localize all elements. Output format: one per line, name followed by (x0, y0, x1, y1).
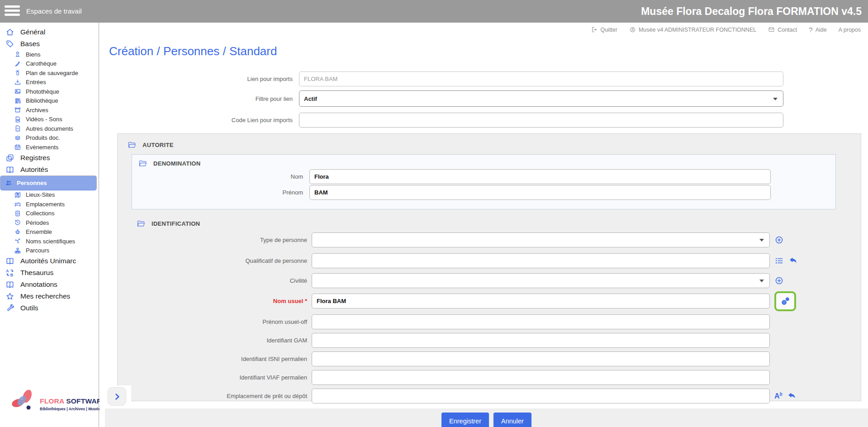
sidebar-item-produits-doc[interactable]: Produits doc. (0, 133, 99, 143)
sidebar-item-lieux-sites[interactable]: Lieux-Sites (0, 190, 99, 200)
hamburger-menu-icon[interactable] (5, 5, 20, 17)
sidebar-item-videos-sons[interactable]: Vidéos - Sons (0, 115, 99, 124)
identification-fields: Type de personne Qualificatif de personn… (118, 232, 861, 403)
cabinet-icon (14, 210, 21, 217)
prenom-usuel-off-label: Prénom usuel-off (118, 318, 312, 325)
filtre-pour-lien-label: Filtre pour lien (100, 95, 299, 102)
nom-usuel-label: Nom usuel * (118, 298, 312, 304)
people-icon (5, 179, 12, 186)
denomination-section-header[interactable]: DENOMINATION (132, 155, 835, 168)
cancel-button[interactable]: Annuler (493, 413, 531, 427)
sidebar-item-plan-de-sauvegarde[interactable]: Plan de sauvegarde (0, 68, 99, 78)
sidebar-item-autres-documents[interactable]: Autres documents (0, 124, 99, 133)
undo-icon[interactable] (788, 256, 798, 266)
identifiant-gam-input[interactable] (312, 333, 770, 348)
identifiant-gam-row: Identifiant GAM (118, 333, 861, 348)
emplacement-pret-depot-label: Emplacement de prêt ou dépôt (118, 393, 312, 399)
translate-icon: AB (5, 268, 14, 277)
filtre-pour-lien-select[interactable]: Actif (299, 90, 783, 107)
list-icon[interactable] (774, 256, 784, 266)
identifiant-viaf-label: Identifiant VIAF permalien (118, 374, 312, 381)
sidebar-item-biens[interactable]: Biens (0, 50, 99, 59)
page-title: Création / Personnes / Standard (109, 44, 277, 58)
sidebar-item-annotations[interactable]: Annotations (0, 279, 99, 290)
app-title: Musée Flora Decalog Flora FORMATION v4.5 (641, 0, 862, 23)
code-lien-pour-imports-label: Code Lien pour imports (100, 117, 299, 123)
filtre-pour-lien-row: Filtre pour lien Actif (100, 90, 783, 107)
sidebar-item-ensemble[interactable]: Ensemble (0, 228, 99, 237)
add-icon[interactable] (774, 235, 784, 245)
text-format-icon[interactable]: Ab (774, 392, 783, 400)
document-icon (14, 125, 21, 132)
workspace-label[interactable]: Espaces de travail (26, 0, 82, 23)
sidebar-item-bibliotheque[interactable]: Bibliothèque (0, 96, 99, 106)
identifiant-isni-row: Identifiant ISNI permalien (118, 351, 861, 366)
prenom-usuel-off-row: Prénom usuel-off (118, 314, 861, 329)
sidebar-item-thesaurus[interactable]: AB Thesaurus (0, 267, 99, 279)
exit-icon (591, 26, 598, 33)
sidebar-item-phototheque[interactable]: Photothèque (0, 87, 99, 96)
code-lien-pour-imports-row: Code Lien pour imports (100, 113, 783, 128)
autorite-section-header[interactable]: AUTORITE (118, 134, 861, 149)
nom-usuel-input[interactable] (312, 294, 770, 308)
identifiant-gam-label: Identifiant GAM (118, 337, 312, 344)
identifiant-viaf-input[interactable] (312, 370, 770, 385)
brand-tagline: Bibliothèques | Archives | Musées (40, 407, 103, 411)
sidebar-item-autorites-unimarc[interactable]: Autorités Unimarc (0, 255, 99, 267)
expand-panel-button[interactable] (108, 387, 126, 406)
emplacement-pret-depot-input[interactable] (312, 389, 770, 403)
sidebar-item-mes-recherches[interactable]: Mes recherches (0, 290, 99, 302)
identifiant-isni-input[interactable] (312, 351, 770, 366)
add-icon[interactable] (774, 276, 784, 285)
envelope-icon (768, 26, 775, 33)
prenom-input[interactable] (309, 185, 771, 200)
save-button[interactable]: Enregistrer (441, 413, 489, 427)
contact-link[interactable]: Contact (768, 26, 797, 33)
media-file-icon (14, 116, 21, 123)
identification-section-header[interactable]: IDENTIFICATION (137, 219, 861, 228)
sidebar-item-collections[interactable]: Collections (0, 209, 99, 218)
sidebar-item-archives[interactable]: Archives (0, 105, 99, 115)
prenom-usuel-off-input[interactable] (312, 314, 770, 329)
sidebar-item-emplacements[interactable]: Emplacements (0, 199, 99, 209)
identifiant-isni-label: Identifiant ISNI permalien (118, 356, 312, 362)
qualificatif-de-personne-row: Qualificatif de personne (118, 253, 861, 268)
chevron-down-icon (773, 98, 778, 100)
star-icon (5, 292, 14, 301)
registers-icon (5, 153, 14, 162)
sidebar-item-parcours[interactable]: Parcours (0, 246, 99, 256)
sidebar-item-outils[interactable]: Outils (0, 302, 99, 314)
sidebar-item-carotheque[interactable]: Carothèque (0, 59, 99, 69)
folder-icon (137, 219, 145, 228)
nom-input[interactable] (309, 169, 771, 184)
top-bar: Espaces de travail Musée Flora Decalog F… (0, 0, 868, 23)
quitter-link[interactable]: Quitter (591, 26, 617, 33)
panel-expander-area (106, 385, 131, 409)
qualificatif-de-personne-label: Qualificatif de personne (118, 257, 312, 264)
sidebar-item-personnes[interactable]: Personnes (0, 176, 97, 190)
qualificatif-de-personne-input[interactable] (312, 253, 770, 268)
open-book-icon (5, 256, 14, 266)
svg-text:A: A (6, 269, 9, 273)
lien-pour-imports-input[interactable] (299, 71, 783, 86)
sidebar-item-periodes[interactable]: Périodes (0, 218, 99, 228)
sidebar-item-evenements[interactable]: Evènements (0, 142, 99, 152)
undo-icon[interactable] (787, 391, 797, 401)
sidebar-item-autorites[interactable]: Autorités (0, 164, 99, 176)
sidebar-item-general[interactable]: Général (0, 26, 99, 38)
inbox-download-icon (14, 79, 21, 86)
sidebar-item-entrees[interactable]: Entrées (0, 78, 99, 87)
type-de-personne-select[interactable] (312, 232, 770, 247)
civilite-select[interactable] (312, 273, 770, 288)
lien-pour-imports-label: Lien pour imports (100, 76, 299, 82)
sidebar-item-bases[interactable]: Bases (0, 38, 99, 50)
aide-link[interactable]: ? Aide (809, 26, 826, 33)
sidebar-item-noms-scientifiques[interactable]: Noms scientifiques (0, 237, 99, 246)
folder-icon (128, 141, 136, 149)
user-account-link[interactable]: Musée v4 ADMINISTRATEUR FONCTIONNEL (629, 26, 756, 33)
code-lien-pour-imports-input[interactable] (299, 113, 783, 128)
sidebar-item-registres[interactable]: Registres (0, 152, 99, 164)
question-icon: ? (809, 26, 812, 33)
a-propos-link[interactable]: A propos (839, 27, 861, 33)
duplicate-check-highlight[interactable] (774, 291, 796, 311)
